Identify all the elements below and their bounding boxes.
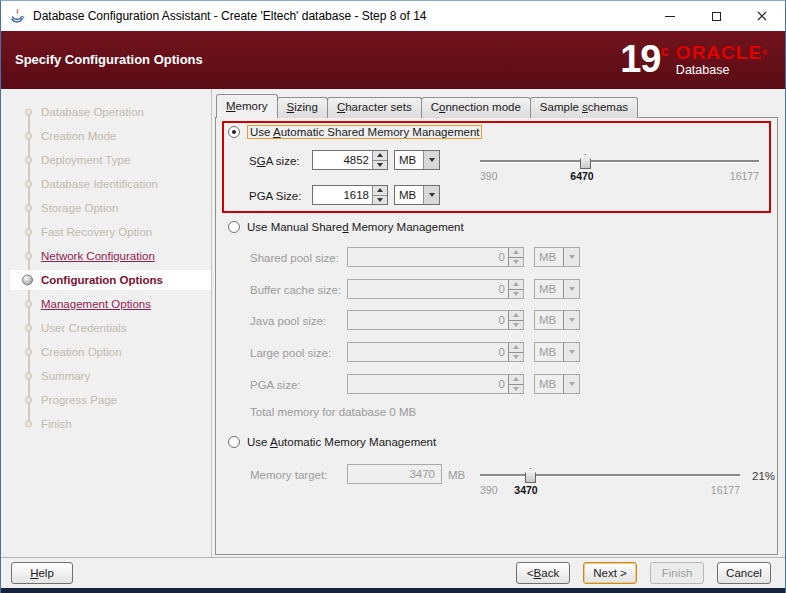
step-dot-icon bbox=[25, 301, 32, 308]
page-title: Specify Configuration Options bbox=[15, 52, 203, 67]
spinner-down-button bbox=[509, 352, 523, 362]
tab-bar: Memory Sizing Character sets Connection … bbox=[216, 94, 637, 118]
cancel-button[interactable]: Cancel bbox=[717, 562, 771, 584]
step-dot-icon bbox=[25, 157, 32, 164]
registered-mark: ® bbox=[762, 48, 769, 57]
pga-unit-combo[interactable]: MB bbox=[394, 185, 440, 205]
sga-slider-min-label: 390 bbox=[480, 170, 498, 182]
large-pool-size-field: 0 bbox=[347, 342, 524, 362]
step-dot-icon bbox=[25, 397, 32, 404]
spinner-up-button bbox=[509, 343, 523, 352]
msmm-radio[interactable] bbox=[228, 221, 240, 233]
back-button[interactable]: < Back bbox=[516, 562, 570, 584]
help-button[interactable]: Help bbox=[11, 562, 73, 584]
tab-sample-schemas[interactable]: Sample schemas bbox=[530, 97, 638, 118]
sga-unit-value: MB bbox=[395, 151, 423, 169]
step-dot-icon bbox=[25, 229, 32, 236]
application-window: Database Configuration Assistant - Creat… bbox=[0, 0, 786, 593]
logo-product: Database bbox=[676, 63, 769, 77]
maximize-button[interactable] bbox=[693, 1, 739, 31]
oracle-19c-logo: 19 c ORACLE® Database bbox=[620, 39, 769, 79]
header-band: Specify Configuration Options 19 c ORACL… bbox=[1, 31, 785, 89]
spinner-up-button bbox=[509, 280, 523, 289]
pga-spinner-up-button[interactable] bbox=[373, 186, 387, 195]
next-button[interactable]: Next > bbox=[583, 562, 637, 584]
sidebar-item-summary: Summary bbox=[1, 364, 211, 388]
sga-spinner-down-button[interactable] bbox=[373, 160, 387, 170]
sidebar-item-creation-mode: Creation Mode bbox=[1, 124, 211, 148]
step-dot-icon bbox=[25, 253, 32, 260]
sidebar-item-progress-page: Progress Page bbox=[1, 388, 211, 412]
combo-dropdown-icon bbox=[563, 280, 579, 298]
window-bottom-edge bbox=[1, 588, 785, 593]
manual-pga-size-field: 0 bbox=[347, 374, 524, 394]
pga-size-label: PGA Size: bbox=[249, 190, 301, 202]
spinner-down-button bbox=[509, 257, 523, 267]
pga-size-value[interactable]: 1618 bbox=[313, 186, 372, 204]
java-pool-size-field: 0 bbox=[347, 310, 524, 330]
memory-target-slider-thumb[interactable] bbox=[525, 468, 536, 483]
tab-character-sets[interactable]: Character sets bbox=[327, 97, 422, 118]
msmm-radio-label[interactable]: Use Manual Shared Memory Management bbox=[247, 221, 464, 233]
msmm-radio-row: Use Manual Shared Memory Management bbox=[228, 219, 464, 235]
pga-size-spinner[interactable]: 1618 bbox=[312, 185, 388, 205]
main-area: Memory Sizing Character sets Connection … bbox=[213, 89, 785, 557]
sidebar-item-fast-recovery-option: Fast Recovery Option bbox=[1, 220, 211, 244]
buffer-cache-size-label: Buffer cache size: bbox=[250, 284, 341, 296]
step-dot-icon bbox=[25, 205, 32, 212]
pga-spinner-down-button[interactable] bbox=[373, 195, 387, 205]
memory-target-slider[interactable] bbox=[480, 468, 740, 483]
spinner-up-button bbox=[509, 311, 523, 320]
large-pool-size-label: Large pool size: bbox=[250, 347, 331, 359]
amm-radio-label[interactable]: Use Automatic Memory Management bbox=[247, 436, 436, 448]
sga-size-label: SGA size: bbox=[249, 155, 300, 167]
manual-pga-unit-combo: MB bbox=[534, 374, 580, 394]
sidebar-item-finish: Finish bbox=[1, 412, 211, 436]
sidebar-item-database-identification: Database Identification bbox=[1, 172, 211, 196]
sga-size-value[interactable]: 4852 bbox=[313, 151, 372, 169]
minimize-button[interactable] bbox=[647, 1, 693, 31]
spinner-down-button bbox=[509, 384, 523, 394]
asmm-radio-label[interactable]: Use Automatic Shared Memory Management bbox=[247, 125, 482, 139]
spinner-down-icon bbox=[377, 163, 383, 167]
asmm-radio[interactable] bbox=[228, 126, 240, 138]
tab-connection-mode[interactable]: Connection mode bbox=[421, 97, 531, 118]
asmm-radio-row: Use Automatic Shared Memory Management bbox=[228, 124, 482, 140]
memory-target-label: Memory target: bbox=[250, 469, 327, 481]
close-icon bbox=[757, 11, 767, 21]
step-dot-icon bbox=[25, 109, 32, 116]
tab-memory[interactable]: Memory bbox=[216, 94, 278, 118]
spinner-down-icon bbox=[377, 198, 383, 202]
sidebar-item-network-configuration[interactable]: Network Configuration bbox=[1, 244, 211, 268]
sga-unit-combo[interactable]: MB bbox=[394, 150, 440, 170]
shared-pool-unit-combo: MB bbox=[534, 247, 580, 267]
step-dot-icon bbox=[25, 181, 32, 188]
slider-track[interactable] bbox=[480, 474, 740, 476]
combo-dropdown-icon[interactable] bbox=[423, 186, 439, 204]
spinner-down-button bbox=[509, 289, 523, 299]
spinner-down-button bbox=[509, 320, 523, 330]
slider-track[interactable] bbox=[480, 160, 759, 162]
sidebar-item-storage-option: Storage Option bbox=[1, 196, 211, 220]
minimize-icon bbox=[665, 16, 675, 17]
sga-size-spinner[interactable]: 4852 bbox=[312, 150, 388, 170]
sga-spinner-up-button[interactable] bbox=[373, 151, 387, 160]
sga-slider[interactable] bbox=[480, 154, 759, 169]
combo-dropdown-icon[interactable] bbox=[423, 151, 439, 169]
large-pool-unit-combo: MB bbox=[534, 342, 580, 362]
sidebar-item-configuration-options[interactable]: Configuration Options bbox=[1, 268, 211, 292]
amm-radio[interactable] bbox=[228, 436, 240, 448]
shared-pool-size-label: Shared pool size: bbox=[250, 252, 339, 264]
buffer-cache-size-field: 0 bbox=[347, 279, 524, 299]
sidebar-item-user-credentials: User Credentials bbox=[1, 316, 211, 340]
sidebar-item-creation-option: Creation Option bbox=[1, 340, 211, 364]
wizard-sidebar: Database Operation Creation Mode Deploym… bbox=[1, 89, 212, 557]
tab-sizing[interactable]: Sizing bbox=[277, 97, 328, 118]
buffer-cache-unit-combo: MB bbox=[534, 279, 580, 299]
sidebar-item-management-options[interactable]: Management Options bbox=[1, 292, 211, 316]
step-dot-icon bbox=[25, 133, 32, 140]
step-dot-icon bbox=[25, 325, 32, 332]
close-button[interactable] bbox=[739, 1, 785, 31]
memory-target-unit-label: MB bbox=[448, 469, 465, 481]
sga-slider-thumb[interactable] bbox=[580, 154, 591, 169]
